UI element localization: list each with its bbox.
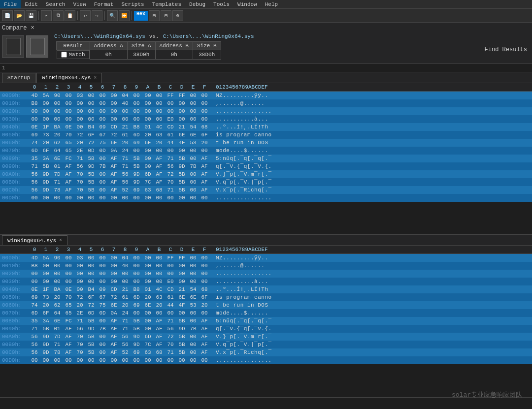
hex-byte[interactable]: 6E (176, 294, 187, 300)
hex-byte[interactable]: 21 (176, 286, 187, 292)
hex-byte[interactable]: 0D (97, 310, 108, 316)
paste-button[interactable]: 📋 (65, 10, 75, 21)
hex-byte[interactable]: 00 (86, 93, 97, 98)
hex-byte[interactable]: 62 (52, 140, 63, 146)
hex-byte[interactable]: B8 (29, 263, 40, 269)
hex-byte[interactable]: 3A (40, 156, 51, 161)
hex-byte[interactable]: AF (63, 163, 74, 169)
hex-row[interactable]: 0050h:69732070726F6772616D2063616E6E6Fis… (0, 293, 532, 301)
hex-row[interactable]: 00B0h:569D71AF705B00AF569D7CAF705B00AFV.… (0, 341, 532, 348)
hex-byte[interactable]: 00 (199, 310, 210, 316)
hex-byte[interactable]: 0E (29, 124, 40, 130)
hex-byte[interactable]: 9D (40, 349, 51, 355)
hex-byte[interactable]: 00 (131, 263, 142, 269)
hex-byte[interactable]: 20 (120, 140, 131, 146)
hex-byte[interactable]: 5A (40, 93, 51, 98)
hex-byte[interactable]: 00 (188, 171, 199, 177)
hex-byte[interactable]: 6D (29, 148, 40, 154)
hex-byte[interactable]: 00 (108, 100, 119, 106)
hex-byte[interactable]: 74 (29, 140, 40, 146)
hex-byte[interactable]: 00 (199, 108, 210, 114)
hex-byte[interactable]: 00 (63, 263, 74, 269)
hex-byte[interactable]: 00 (63, 108, 74, 114)
hex-byte[interactable]: 70 (63, 294, 74, 300)
hex-byte[interactable]: 61 (165, 132, 176, 138)
hex-byte[interactable]: 35 (29, 156, 40, 161)
hex-byte[interactable]: 3A (40, 318, 51, 324)
hex-byte[interactable]: 00 (63, 116, 74, 122)
hex-byte[interactable]: 0A (108, 310, 119, 316)
hex-byte[interactable]: 00 (142, 310, 153, 316)
hex-byte[interactable]: 00 (97, 156, 108, 161)
hex-byte[interactable]: 61 (165, 294, 176, 300)
hex-byte[interactable]: 00 (120, 271, 131, 277)
hex-byte[interactable]: 4C (154, 286, 165, 292)
hex-byte[interactable]: 00 (97, 108, 108, 114)
hex-byte[interactable]: 00 (199, 148, 210, 154)
hex-byte[interactable]: 00 (40, 271, 51, 277)
hex-byte[interactable]: 6D (29, 310, 40, 316)
hex-byte[interactable]: 6E (176, 132, 187, 138)
hex-byte[interactable]: 56 (29, 187, 40, 193)
hex-byte[interactable]: 00 (40, 195, 51, 201)
hex-byte[interactable]: AF (154, 171, 165, 177)
hex-byte[interactable]: 00 (63, 93, 74, 98)
hex-row[interactable]: 0080h:353A6EFC715B00AF715B00AF715B00AF5:… (0, 317, 532, 325)
hex-byte[interactable]: 00 (199, 93, 210, 98)
hex-byte[interactable]: 6E (188, 132, 199, 138)
hex-byte[interactable]: 5B (86, 179, 97, 185)
hex-byte[interactable]: 72 (86, 140, 97, 146)
hex-byte[interactable]: 90 (52, 93, 63, 98)
hex-byte[interactable]: 40 (120, 100, 131, 106)
hex-byte[interactable]: 5B (131, 326, 142, 332)
hex-byte[interactable]: 00 (142, 318, 153, 324)
hex-byte[interactable]: 63 (154, 132, 165, 138)
hex-byte[interactable]: 5B (131, 163, 142, 169)
hex-byte[interactable]: 00 (86, 357, 97, 363)
hex-byte[interactable]: 20 (199, 302, 210, 308)
hex-byte[interactable]: 00 (188, 342, 199, 347)
hex-byte[interactable]: 00 (165, 357, 176, 363)
hex-byte[interactable]: 70 (165, 179, 176, 185)
menu-item-debug[interactable]: Debug (185, 0, 209, 8)
hex-byte[interactable]: 00 (29, 357, 40, 363)
hex-byte[interactable]: 00 (188, 357, 199, 363)
hex-byte[interactable]: AF (108, 179, 119, 185)
hex-byte[interactable]: 69 (131, 187, 142, 193)
hex-byte[interactable]: 00 (97, 255, 108, 261)
hex-row[interactable]: 0020h:00000000000000000000000000000000..… (0, 270, 532, 278)
hex-byte[interactable]: 6F (40, 148, 51, 154)
hex-byte[interactable]: 00 (63, 271, 74, 277)
hex-byte[interactable]: 9D (86, 326, 97, 332)
hex-row[interactable]: 0070h:6D6F64652E0D0D0A2400000000000000mo… (0, 147, 532, 155)
hex-byte[interactable]: 00 (97, 263, 108, 269)
hex-byte[interactable]: 01 (142, 124, 153, 130)
hex-byte[interactable]: 00 (154, 263, 165, 269)
hex-byte[interactable]: 00 (154, 310, 165, 316)
hex-byte[interactable]: 5B (86, 334, 97, 340)
hex-byte[interactable]: 00 (142, 156, 153, 161)
hex-byte[interactable]: 5B (131, 156, 142, 161)
menu-item-view[interactable]: View (69, 0, 90, 8)
file-tab-2[interactable]: WinRing0x64.sys × (2, 235, 67, 245)
hex-byte[interactable]: 00 (97, 171, 108, 177)
hex-byte[interactable]: 00 (131, 279, 142, 284)
hex-byte[interactable]: 0A (108, 148, 119, 154)
hex-byte[interactable]: 00 (142, 263, 153, 269)
hex-byte[interactable]: 00 (86, 108, 97, 114)
hex-byte[interactable]: 00 (131, 116, 142, 122)
hex-byte[interactable]: 7B (97, 163, 108, 169)
hex-byte[interactable]: 75 (97, 140, 108, 146)
hex-byte[interactable]: 00 (29, 195, 40, 201)
hex-byte[interactable]: 00 (176, 279, 187, 284)
hex-byte[interactable]: 44 (165, 140, 176, 146)
hex-byte[interactable]: 71 (52, 342, 63, 347)
hex-byte[interactable]: 0E (63, 286, 74, 292)
hex-byte[interactable]: 54 (188, 124, 199, 130)
hex-byte[interactable]: 63 (154, 294, 165, 300)
hex-byte[interactable]: FC (63, 156, 74, 161)
hex-byte[interactable]: 00 (52, 100, 63, 106)
hex-byte[interactable]: 71 (120, 318, 131, 324)
hex-byte[interactable]: 00 (188, 318, 199, 324)
hex-byte[interactable]: 00 (74, 108, 85, 114)
